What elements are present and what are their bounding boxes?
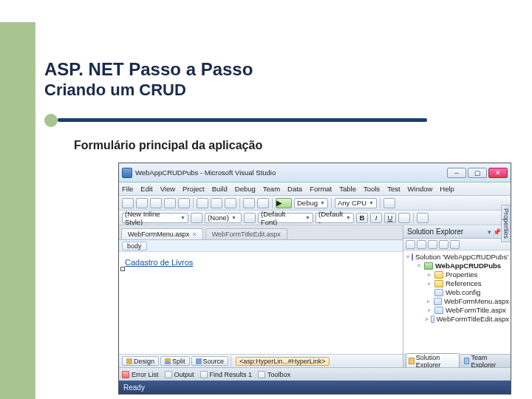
style-dropdown[interactable]: (New Inline Style)▼ <box>122 213 188 223</box>
menu-project[interactable]: Project <box>183 185 205 193</box>
output-icon <box>165 371 172 378</box>
menu-build[interactable]: Build <box>212 185 228 193</box>
tree-solution[interactable]: ▿Solution 'WebAppCRUDPubs' (1 project) <box>406 253 509 261</box>
tree-project[interactable]: ▿WebAppCRUDPubs <box>406 262 509 270</box>
design-canvas[interactable]: Cadastro de Livros <box>119 252 403 354</box>
findresults-button[interactable]: Find Results 1 <box>200 371 253 378</box>
se-viewcode-icon[interactable] <box>450 240 460 249</box>
underline-label: U <box>388 214 393 222</box>
tree-item[interactable]: ▹WebFormTitle.aspx <box>426 306 509 314</box>
se-properties-icon[interactable] <box>439 240 449 249</box>
tree-item[interactable]: ▹WebFormMenu.aspx <box>426 297 509 305</box>
tree-item[interactable]: ▹References <box>426 279 509 287</box>
copy-icon[interactable] <box>211 198 222 208</box>
underline-button[interactable]: U <box>384 213 396 223</box>
breadcrumb-body[interactable]: body <box>122 242 147 250</box>
redo-icon[interactable] <box>257 198 269 208</box>
window-titlebar[interactable]: WebAppCRUDPubs - Microsoft Visual Studio… <box>119 163 511 183</box>
menu-window[interactable]: Window <box>408 185 433 193</box>
menu-format[interactable]: Format <box>310 185 332 193</box>
tab-active[interactable]: WebFormMenu.aspx× <box>121 228 203 239</box>
file-icon <box>434 307 443 314</box>
toolbox-icon <box>258 371 265 378</box>
new-project-icon[interactable] <box>122 198 134 208</box>
save-icon[interactable] <box>164 198 176 208</box>
fontcolor-icon[interactable] <box>398 213 410 223</box>
view-design-label: Design <box>134 358 154 365</box>
menu-data[interactable]: Data <box>287 185 302 193</box>
solution-icon <box>412 253 413 261</box>
tag-navigator[interactable]: <asp:HyperLin...#HyperLink> <box>236 357 330 366</box>
open-icon[interactable] <box>150 198 162 208</box>
view-source-button[interactable]: Source <box>191 356 229 366</box>
font-dropdown[interactable]: (Default Font)▼ <box>258 213 313 223</box>
maximize-button[interactable]: ▢ <box>468 168 487 178</box>
tab-close-icon[interactable]: × <box>192 231 196 238</box>
config-dropdown[interactable]: Debug▼ <box>294 198 328 208</box>
source-icon <box>196 358 202 364</box>
menu-tools[interactable]: Tools <box>364 185 380 193</box>
properties-collapsed-tab[interactable]: Properties <box>501 205 511 242</box>
toolbox-button[interactable]: Toolbox <box>258 371 290 378</box>
tag-icon[interactable] <box>244 213 256 223</box>
paste-icon[interactable] <box>225 198 236 208</box>
save-all-icon[interactable] <box>178 198 190 208</box>
tree-item[interactable]: Web.config <box>426 288 509 296</box>
slide-title-line2: Criando um CRUD <box>44 81 443 100</box>
start-debug-icon[interactable]: ▶ <box>276 198 292 208</box>
italic-label: I <box>375 214 378 222</box>
find-icon[interactable] <box>383 198 395 208</box>
output-button[interactable]: Output <box>165 371 194 378</box>
minimize-button[interactable]: – <box>447 168 466 178</box>
menu-file[interactable]: File <box>122 185 133 193</box>
style-value: (New Inline Style) <box>125 210 178 226</box>
document-tabs: WebFormMenu.aspx× WebFormTitleEdit.aspx <box>119 225 403 240</box>
rule-cap-icon <box>44 114 58 127</box>
menu-debug[interactable]: Debug <box>235 185 256 193</box>
tree-item-label: Web.config <box>446 288 480 296</box>
errorlist-button[interactable]: Error List <box>122 371 159 378</box>
config-value: Debug <box>297 199 318 207</box>
italic-button[interactable]: I <box>370 213 382 223</box>
se-tab-label: Solution Explorer <box>416 354 457 369</box>
toolbar-sep <box>239 198 240 208</box>
menu-team[interactable]: Team <box>263 185 280 193</box>
toolbar-sep <box>193 198 194 208</box>
tree-item-label: WebFormMenu.aspx <box>444 297 509 305</box>
fontsize-dropdown[interactable]: (Default -▼ <box>316 213 354 223</box>
toolbar-standard: ▶ Debug▼ Any CPU▼ <box>119 196 511 211</box>
menu-table[interactable]: Table <box>339 185 356 193</box>
view-split-button[interactable]: Split <box>160 356 190 366</box>
view-design-button[interactable]: Design <box>122 356 159 366</box>
file-icon <box>434 298 442 305</box>
tab-inactive-label: WebFormTitleEdit.aspx <box>212 231 281 238</box>
rule-dropdown[interactable]: (None)▼ <box>205 213 242 223</box>
se-showall-icon[interactable] <box>428 240 437 249</box>
se-refresh-icon[interactable] <box>417 240 426 249</box>
menu-help[interactable]: Help <box>440 185 454 193</box>
close-button[interactable]: ✕ <box>488 168 508 178</box>
tree-item[interactable]: ▹WebFormTitleEdit.aspx <box>426 315 509 323</box>
file-icon <box>434 289 443 296</box>
se-tree[interactable]: ▿Solution 'WebAppCRUDPubs' (1 project) ▿… <box>403 250 511 354</box>
tree-item[interactable]: ▹Properties <box>426 270 509 279</box>
align-icon[interactable] <box>417 213 429 223</box>
se-home-icon[interactable] <box>406 240 415 249</box>
cut-icon[interactable] <box>197 198 208 208</box>
style-apply-icon[interactable] <box>191 213 202 223</box>
add-item-icon[interactable] <box>136 198 148 208</box>
tab-inactive[interactable]: WebFormTitleEdit.aspx <box>205 228 287 239</box>
bold-button[interactable]: B <box>356 213 368 223</box>
view-split-label: Split <box>172 358 185 365</box>
selection-handle-icon[interactable] <box>120 267 125 271</box>
tree-solution-label: Solution 'WebAppCRUDPubs' (1 project) <box>415 253 511 261</box>
toolbar-sep <box>272 198 273 208</box>
menu-test[interactable]: Test <box>387 185 400 193</box>
menu-edit[interactable]: Edit <box>140 185 152 193</box>
status-bar: Ready <box>119 381 511 394</box>
solution-explorer-title[interactable]: Solution Explorer ▾ 📌 × <box>403 225 511 239</box>
menu-view[interactable]: View <box>160 185 175 193</box>
hyperlink-control[interactable]: Cadastro de Livros <box>125 258 398 267</box>
undo-icon[interactable] <box>243 198 255 208</box>
platform-dropdown[interactable]: Any CPU▼ <box>335 198 377 208</box>
